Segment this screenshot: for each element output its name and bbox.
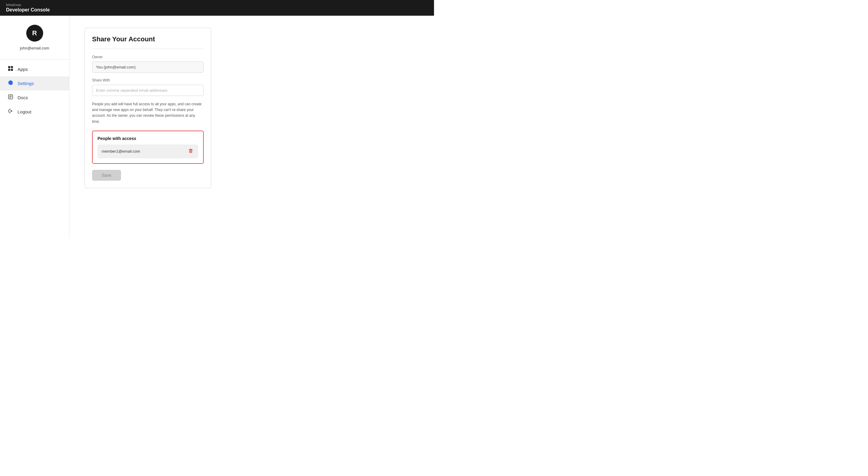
owner-label: Owner xyxy=(92,55,204,59)
share-with-field-group: Share With xyxy=(92,78,204,96)
brand-title: Developer Console xyxy=(6,7,50,13)
access-box-title: People with access xyxy=(97,136,198,141)
docs-icon xyxy=(7,94,14,101)
sidebar-item-apps[interactable]: Apps xyxy=(0,62,69,76)
sidebar: R john@email.com Apps xyxy=(0,16,69,238)
brand-meta: MetaKeep xyxy=(6,3,50,7)
sidebar-label-docs: Docs xyxy=(18,95,28,100)
svg-rect-1 xyxy=(11,66,13,68)
delete-member-button[interactable] xyxy=(187,148,194,155)
description-text: People you add will have full access to … xyxy=(92,101,204,125)
member-row: member1@email.com xyxy=(97,145,198,158)
share-account-card: Share Your Account Owner Share With Peop… xyxy=(85,28,211,188)
sidebar-label-settings: Settings xyxy=(18,81,34,86)
share-with-input[interactable] xyxy=(92,85,204,96)
sidebar-divider xyxy=(0,59,69,60)
settings-icon xyxy=(7,80,14,87)
topbar: MetaKeep Developer Console xyxy=(0,0,434,16)
avatar: R xyxy=(26,25,43,42)
svg-rect-3 xyxy=(11,69,13,71)
svg-rect-0 xyxy=(8,66,10,68)
sidebar-label-apps: Apps xyxy=(18,67,28,72)
card-title: Share Your Account xyxy=(92,35,204,49)
sidebar-label-logout: Logout xyxy=(18,109,31,114)
share-with-label: Share With xyxy=(92,78,204,82)
sidebar-item-logout[interactable]: Logout xyxy=(0,105,69,119)
owner-input xyxy=(92,62,204,73)
owner-field-group: Owner xyxy=(92,55,204,73)
save-button[interactable]: Save xyxy=(92,170,121,181)
sidebar-item-docs[interactable]: Docs xyxy=(0,91,69,105)
sidebar-nav: Apps Settings xyxy=(0,62,69,119)
member-email: member1@email.com xyxy=(102,149,140,154)
svg-rect-2 xyxy=(8,69,10,71)
main-layout: R john@email.com Apps xyxy=(0,16,434,238)
apps-icon xyxy=(7,66,14,73)
trash-icon xyxy=(188,148,193,155)
user-email: john@email.com xyxy=(20,46,49,51)
brand: MetaKeep Developer Console xyxy=(6,3,50,13)
main-content: Share Your Account Owner Share With Peop… xyxy=(69,16,434,238)
people-with-access-box: People with access member1@email.com xyxy=(92,131,204,164)
sidebar-item-settings[interactable]: Settings xyxy=(0,76,69,91)
logout-icon xyxy=(7,108,14,115)
